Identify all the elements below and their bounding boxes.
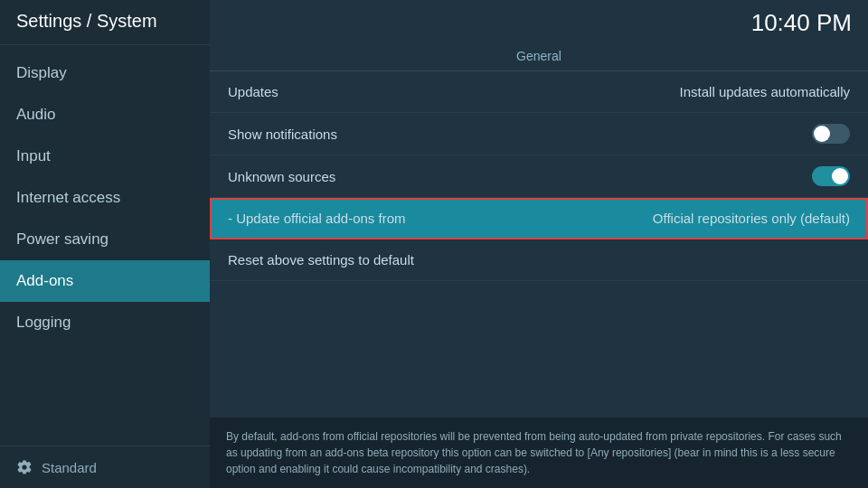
gear-icon — [16, 459, 33, 475]
sidebar-item-display[interactable]: Display — [0, 52, 210, 94]
settings-row-updates[interactable]: UpdatesInstall updates automatically — [210, 71, 868, 113]
sidebar: Settings / System DisplayAudioInputInter… — [0, 0, 210, 488]
sidebar-item-power-saving[interactable]: Power saving — [0, 219, 210, 260]
description-bar: By default, add-ons from official reposi… — [210, 418, 868, 488]
settings-row-unknown-sources[interactable]: Unknown sources — [210, 155, 868, 198]
sidebar-item-internet-access[interactable]: Internet access — [0, 177, 210, 219]
clock: 10:40 PM — [751, 9, 852, 37]
settings-row-update-official-addons[interactable]: - Update official add-ons fromOfficial r… — [210, 198, 868, 239]
section-header: General — [210, 43, 868, 71]
topbar: 10:40 PM — [210, 0, 868, 43]
settings-row-reset-settings[interactable]: Reset above settings to default — [210, 239, 868, 281]
row-label-reset-settings: Reset above settings to default — [228, 252, 414, 267]
settings-row-show-notifications[interactable]: Show notifications — [210, 113, 868, 155]
toggle-knob-unknown-sources — [832, 168, 848, 184]
row-label-update-official-addons: - Update official add-ons from — [228, 211, 406, 226]
toggle-unknown-sources[interactable] — [812, 166, 850, 186]
sidebar-item-add-ons[interactable]: Add-ons — [0, 260, 210, 302]
row-label-unknown-sources: Unknown sources — [228, 169, 335, 184]
sidebar-title: Settings / System — [0, 0, 210, 45]
profile-label: Standard — [42, 460, 97, 475]
sidebar-item-logging[interactable]: Logging — [0, 302, 210, 343]
sidebar-footer[interactable]: Standard — [0, 446, 210, 488]
row-value-updates: Install updates automatically — [680, 84, 850, 99]
main-content: 10:40 PM General UpdatesInstall updates … — [210, 0, 868, 488]
settings-list: UpdatesInstall updates automaticallyShow… — [210, 71, 868, 418]
row-label-show-notifications: Show notifications — [228, 127, 337, 142]
sidebar-nav: DisplayAudioInputInternet accessPower sa… — [0, 45, 210, 446]
sidebar-item-audio[interactable]: Audio — [0, 94, 210, 136]
sidebar-item-input[interactable]: Input — [0, 136, 210, 177]
toggle-show-notifications[interactable] — [812, 124, 850, 144]
content-area: General UpdatesInstall updates automatic… — [210, 43, 868, 488]
toggle-knob-show-notifications — [814, 126, 830, 142]
row-value-update-official-addons: Official repositories only (default) — [653, 211, 850, 226]
row-label-updates: Updates — [228, 84, 278, 99]
